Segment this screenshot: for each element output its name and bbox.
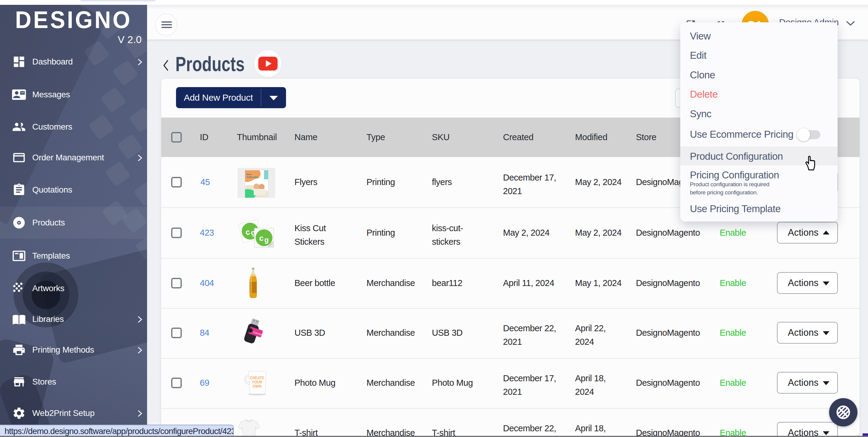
- svg-text:Collection: Collection: [247, 176, 258, 179]
- svg-text:g: g: [264, 236, 269, 244]
- svg-text:OWN: OWN: [253, 384, 261, 388]
- svg-text:c: c: [259, 233, 264, 243]
- svg-text:New: New: [247, 173, 252, 176]
- svg-text:CREATE: CREATE: [250, 376, 264, 380]
- svg-text:YOUR: YOUR: [252, 380, 262, 384]
